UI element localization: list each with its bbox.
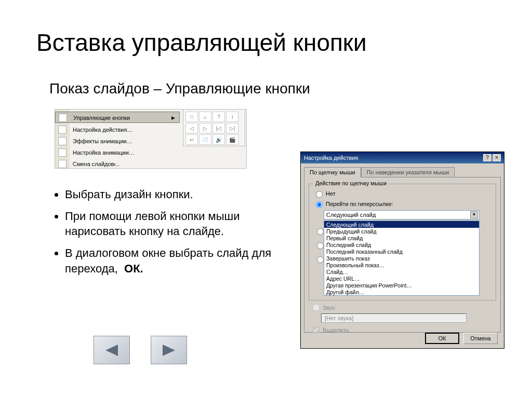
tab-mouse-over[interactable]: По наведении указателя мыши xyxy=(361,167,455,177)
help-button[interactable]: ? xyxy=(483,154,491,161)
bullet-item: Выбрать дизайн кнопки. xyxy=(65,187,283,202)
menu-item-transition: Смена слайдов… xyxy=(73,161,119,167)
combo-value: Следующий слайд xyxy=(326,212,376,218)
shape-cell: 🎬 xyxy=(226,134,238,145)
menu-item-action-settings: Настройка действия… xyxy=(73,127,132,133)
slide-subtitle: Показ слайдов – Управляющие кнопки xyxy=(49,80,310,97)
menu-item-anim-effects: Эффекты анимации… xyxy=(73,138,132,144)
shape-cell: 📄 xyxy=(199,134,211,145)
radio-none[interactable] xyxy=(316,191,323,198)
highlight-checkbox[interactable] xyxy=(313,326,320,333)
submenu-arrow-icon: ▶ xyxy=(171,112,175,123)
action-settings-dialog: Настройка действия ? × По щелчку мыши По… xyxy=(300,152,504,349)
shape-cell: 🔊 xyxy=(212,134,225,145)
shape-cell: □ xyxy=(185,112,198,122)
shape-cell: ? xyxy=(212,112,225,122)
list-item[interactable]: Предыдущий слайд xyxy=(324,228,479,235)
dialog-title: Настройка действия xyxy=(304,152,358,163)
radio-hyperlink-label: Перейти по гиперссылке: xyxy=(326,201,393,207)
slide-title: Вставка управляющей кнопки xyxy=(36,29,367,57)
list-item[interactable]: Завершить показ xyxy=(324,255,479,262)
next-slide-button[interactable] xyxy=(151,336,187,364)
shape-cell: ◁ xyxy=(185,123,198,133)
list-item[interactable]: Последний показанный слайд xyxy=(324,248,479,255)
list-item[interactable]: Произвольный показ… xyxy=(324,262,479,268)
svg-marker-1 xyxy=(163,345,175,356)
highlight-label: Выделить xyxy=(323,327,349,333)
triangle-right-icon xyxy=(161,344,177,357)
menu-item-anim-setup: Настройка анимации… xyxy=(73,149,135,156)
hyperlink-target-list[interactable]: Следующий слайд Предыдущий слайд Первый … xyxy=(324,221,480,296)
close-button[interactable]: × xyxy=(493,154,501,161)
list-item[interactable]: Другой файл… xyxy=(324,289,479,295)
sound-combobox: [Нет звука] xyxy=(321,313,467,323)
hyperlink-combobox[interactable]: Следующий слайд ▼ xyxy=(324,210,480,219)
list-item[interactable]: Первый слайд xyxy=(324,235,479,241)
ok-button[interactable]: ОК xyxy=(425,333,459,344)
radio-side-2[interactable] xyxy=(317,242,324,249)
previous-slide-button[interactable] xyxy=(94,336,130,364)
radio-side-3[interactable] xyxy=(317,256,324,263)
bullet-item: В диалоговом окне выбрать слайд для пере… xyxy=(65,245,283,276)
dropdown-arrow-icon[interactable]: ▼ xyxy=(470,211,478,218)
shape-cell: ▷ xyxy=(199,123,211,133)
menu-item-action-buttons: Управляющие кнопки xyxy=(73,115,130,121)
list-item[interactable]: Адрес URL… xyxy=(324,275,479,282)
radio-hyperlink[interactable] xyxy=(316,201,323,208)
triangle-left-icon xyxy=(103,344,120,357)
group-title: Действие по щелчку мыши xyxy=(313,180,389,186)
radio-side-1[interactable] xyxy=(317,228,324,235)
list-item[interactable]: Следующий слайд xyxy=(324,221,479,228)
tab-mouse-click[interactable]: По щелчку мыши xyxy=(304,167,361,177)
instruction-list: Выбрать дизайн кнопки. При помощи левой … xyxy=(49,187,283,282)
cancel-button[interactable]: Отмена xyxy=(463,333,498,344)
radio-none-label: Нет xyxy=(326,190,336,197)
sound-checkbox[interactable] xyxy=(313,304,320,311)
list-item[interactable]: Другая презентация PowerPoint… xyxy=(324,282,479,289)
shape-cell: ↩ xyxy=(185,134,198,145)
sound-label: Звук: xyxy=(323,305,336,311)
svg-marker-0 xyxy=(105,345,118,356)
dialog-titlebar: Настройка действия ? × xyxy=(301,152,504,163)
bullet-item: При помощи левой кнопки мыши нарисовать … xyxy=(65,209,283,239)
shape-cell: ▷| xyxy=(226,123,238,133)
shape-cell: i xyxy=(226,112,238,122)
expand-chevron-icon: ▾ xyxy=(113,161,116,167)
shape-cell: ⌂ xyxy=(199,112,211,122)
list-item[interactable]: Последний слайд xyxy=(324,241,479,248)
action-button-palette: □ ⌂ ? i ◁ ▷ |◁ ▷| ↩ 📄 🔊 🎬 xyxy=(183,109,245,146)
list-item[interactable]: Слайд… xyxy=(324,268,479,275)
shape-cell: |◁ xyxy=(212,123,225,133)
